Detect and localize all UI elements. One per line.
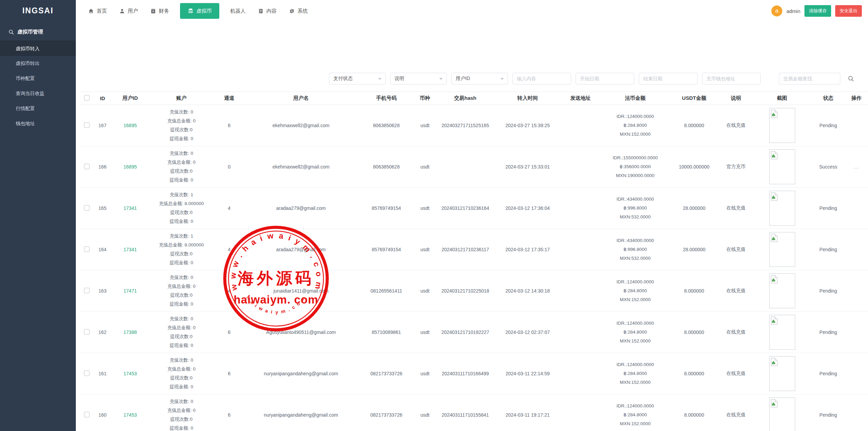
clear-cache-button[interactable]: 清除缓存 xyxy=(804,5,831,17)
row-checkbox[interactable] xyxy=(84,412,89,417)
cell-uid: 17453 xyxy=(111,353,149,394)
nav-item-robot[interactable]: 机器人 xyxy=(230,0,246,22)
row-checkbox[interactable] xyxy=(84,371,89,376)
logout-button[interactable]: 安全退出 xyxy=(835,5,862,17)
nav-item-label: 虚拟币 xyxy=(196,8,212,14)
row-checkbox[interactable] xyxy=(84,205,89,211)
cell-uid: 17341 xyxy=(111,188,149,229)
screenshot-thumb[interactable] xyxy=(769,191,795,226)
cell-fiat: IDR.:434000.0000฿:996.8000MXN:532.0000 xyxy=(602,188,669,229)
note-select[interactable]: 说明 xyxy=(390,73,447,84)
user-id-select[interactable]: 用户ID xyxy=(451,73,508,84)
sidebar-item-wallet-address[interactable]: 钱包地址 xyxy=(0,116,76,131)
cell-phone: 8063850628 xyxy=(357,146,415,188)
cell-send xyxy=(559,394,602,431)
column-header-op: 操作 xyxy=(844,92,868,105)
cell-time: 2024-03-27 15:33:01 xyxy=(496,146,559,188)
broken-image-icon xyxy=(771,192,778,201)
fiat-line: MXN:152.0000 xyxy=(603,130,668,139)
user-id-link[interactable]: 16895 xyxy=(124,123,137,128)
cell-send xyxy=(559,188,602,229)
sidebar-item-coin-config[interactable]: 币种配置 xyxy=(0,71,76,86)
fiat-line: ฿:284.8000 xyxy=(603,369,668,378)
cell-send xyxy=(559,229,602,270)
user-id-link[interactable]: 17471 xyxy=(124,288,137,294)
screenshot-thumb[interactable] xyxy=(769,356,795,391)
row-checkbox[interactable] xyxy=(84,288,89,293)
cell-op xyxy=(844,394,868,431)
screenshot-thumb[interactable] xyxy=(769,398,795,431)
screenshot-thumb[interactable] xyxy=(769,149,795,184)
cell-hash: 202403111710166499 xyxy=(435,353,496,394)
nav-item-label: 首页 xyxy=(97,8,107,14)
row-checkbox[interactable] xyxy=(84,164,89,169)
cell-phone: 082173733726 xyxy=(357,394,415,431)
column-header-uid: 用户ID xyxy=(111,92,149,105)
account-line: 充值总金额: 0 xyxy=(150,282,213,291)
row-checkbox[interactable] xyxy=(84,122,89,128)
user-id-link[interactable]: 17388 xyxy=(124,329,137,335)
cell-send xyxy=(559,312,602,353)
sidebar-item-daily-income[interactable]: 查询当日收益 xyxy=(0,86,76,101)
account-line: 充值次数: 1 xyxy=(150,190,213,199)
sidebar-item-crypto-in[interactable]: 虚拟币转入 xyxy=(0,41,76,56)
screenshot-thumb[interactable] xyxy=(769,108,795,143)
start-date-input[interactable] xyxy=(576,73,634,84)
nav-item-label: 机器人 xyxy=(230,8,246,14)
account-line: 提现次数:0 xyxy=(150,415,213,424)
cell-account: 充值次数: 0充值总金额: 0提现次数:0提现金额: 0 xyxy=(149,353,214,394)
row-checkbox[interactable] xyxy=(84,246,89,252)
cell-usdt: 8.000000 xyxy=(669,394,720,431)
row-checkbox[interactable] xyxy=(84,329,89,335)
sidebar-item-market-config[interactable]: 行情配置 xyxy=(0,101,76,116)
cell-cb xyxy=(80,394,94,431)
avatar[interactable]: a xyxy=(771,5,782,16)
sidebar-section-crypto-management[interactable]: 虚拟币管理 xyxy=(0,21,76,41)
end-date-input[interactable] xyxy=(639,73,698,84)
select-all-checkbox[interactable] xyxy=(84,95,89,100)
search-icon[interactable] xyxy=(848,75,854,82)
cell-fiat: IDR.:155000000.0000฿:356000.0000MXN:1900… xyxy=(602,146,669,188)
account-line: 充值总金额: 8.000000 xyxy=(150,241,213,250)
wallet-address-input[interactable] xyxy=(702,73,761,84)
user-id-link[interactable]: 17341 xyxy=(124,205,137,211)
nav-item-home[interactable]: 首页 xyxy=(88,0,107,22)
user-id-link[interactable]: 17341 xyxy=(124,247,137,252)
fiat-line: ฿:996.8000 xyxy=(603,245,668,254)
column-header-hash: 交易hash xyxy=(435,92,496,105)
sidebar-item-crypto-out[interactable]: 虚拟币转出 xyxy=(0,56,76,71)
fiat-line: MXN:152.0000 xyxy=(603,419,668,428)
nav-item-users[interactable]: 用户 xyxy=(119,0,138,22)
username-label: admin xyxy=(786,8,800,14)
cell-shot xyxy=(752,229,812,270)
user-id-link[interactable]: 16895 xyxy=(124,164,137,170)
nav-item-system[interactable]: 系统 xyxy=(289,0,308,22)
cell-usdt: 10000.000000 xyxy=(669,146,720,188)
cell-uid: 17471 xyxy=(111,270,149,312)
nav-item-finance[interactable]: ¥财务 xyxy=(150,0,169,22)
cell-uid: 17341 xyxy=(111,229,149,270)
account-line: 提现金额: 0 xyxy=(150,217,213,226)
cell-id: 161 xyxy=(94,353,111,394)
cell-note: 在线充值 xyxy=(720,394,752,431)
user-id-link[interactable]: 17453 xyxy=(124,371,137,376)
user-id-link[interactable]: 17453 xyxy=(124,412,137,418)
cell-note: 在线充值 xyxy=(720,312,752,353)
pay-status-select[interactable]: 支付状态 xyxy=(329,73,386,84)
cell-username: Agusyulianto490511@gmail.com xyxy=(245,312,357,353)
nav-item-crypto[interactable]: 虚拟币 xyxy=(180,3,219,19)
keyword-input[interactable] xyxy=(512,73,571,84)
cell-time: 2024-03-11 22:14:59 xyxy=(496,353,559,394)
cell-coin: usdt xyxy=(415,146,435,188)
cell-phone: 85710089861 xyxy=(357,312,415,353)
cell-channel: 6 xyxy=(214,105,245,146)
pay-status-value: 支付状态 xyxy=(333,76,353,82)
amount-search-input[interactable] xyxy=(779,73,840,84)
cell-op: ... xyxy=(844,146,868,188)
nav-item-content[interactable]: 内容 xyxy=(258,0,277,22)
screenshot-thumb[interactable] xyxy=(769,232,795,267)
screenshot-thumb[interactable] xyxy=(769,273,795,308)
row-actions[interactable]: ... xyxy=(853,164,859,170)
cell-hash: 202403121710236117 xyxy=(435,229,496,270)
screenshot-thumb[interactable] xyxy=(769,315,795,350)
